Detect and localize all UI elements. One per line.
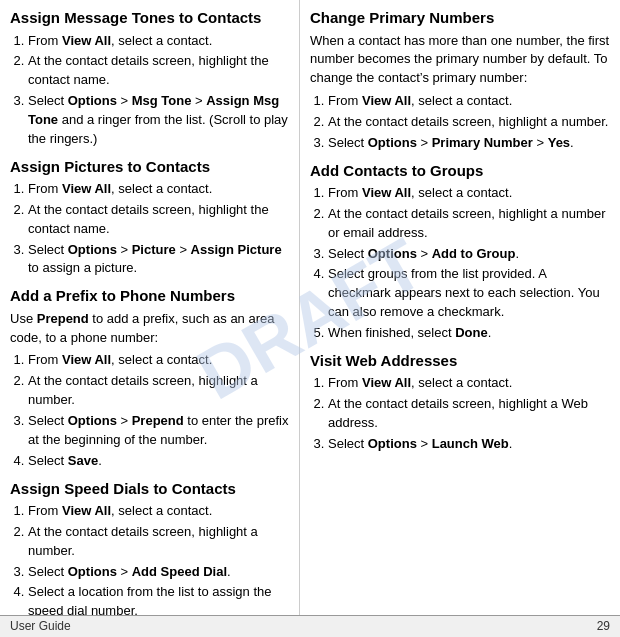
- section-title-add-contacts-groups: Add Contacts to Groups: [310, 161, 610, 181]
- list-item: From View All, select a contact.: [28, 32, 289, 51]
- list-change-primary-numbers: From View All, select a contact. At the …: [328, 92, 610, 153]
- list-item: From View All, select a contact.: [328, 184, 610, 203]
- list-item: Select Options > Launch Web.: [328, 435, 610, 454]
- list-item: From View All, select a contact.: [28, 180, 289, 199]
- list-item: At the contact details screen, highlight…: [28, 201, 289, 239]
- footer-right: 29: [597, 618, 610, 635]
- section-add-contacts-groups: Add Contacts to Groups From View All, se…: [310, 161, 610, 343]
- section-title-assign-message-tones: Assign Message Tones to Contacts: [10, 8, 289, 28]
- list-assign-pictures: From View All, select a contact. At the …: [28, 180, 289, 278]
- section-title-visit-web-addresses: Visit Web Addresses: [310, 351, 610, 371]
- page-container: DRAFT Assign Message Tones to Contacts F…: [0, 0, 620, 637]
- section-intro-add-prefix: Use Prepend to add a prefix, such as an …: [10, 310, 289, 348]
- section-title-assign-pictures: Assign Pictures to Contacts: [10, 157, 289, 177]
- list-item: At the contact details screen, highlight…: [328, 205, 610, 243]
- list-item: At the contact details screen, highlight…: [328, 113, 610, 132]
- section-add-prefix: Add a Prefix to Phone Numbers Use Prepen…: [10, 286, 289, 470]
- section-title-change-primary-numbers: Change Primary Numbers: [310, 8, 610, 28]
- list-add-prefix: From View All, select a contact. At the …: [28, 351, 289, 470]
- list-item: Select Options > Add Speed Dial.: [28, 563, 289, 582]
- list-item: When finished, select Done.: [328, 324, 610, 343]
- list-item: Select Options > Msg Tone > Assign Msg T…: [28, 92, 289, 149]
- list-item: From View All, select a contact.: [28, 351, 289, 370]
- section-assign-message-tones: Assign Message Tones to Contacts From Vi…: [10, 8, 289, 149]
- list-item: From View All, select a contact.: [328, 92, 610, 111]
- right-column: Change Primary Numbers When a contact ha…: [300, 0, 620, 637]
- section-visit-web-addresses: Visit Web Addresses From View All, selec…: [310, 351, 610, 454]
- section-title-add-prefix: Add a Prefix to Phone Numbers: [10, 286, 289, 306]
- left-column: Assign Message Tones to Contacts From Vi…: [0, 0, 300, 637]
- list-visit-web-addresses: From View All, select a contact. At the …: [328, 374, 610, 453]
- list-item: From View All, select a contact.: [328, 374, 610, 393]
- list-item: Select Options > Primary Number > Yes.: [328, 134, 610, 153]
- footer-bar: User Guide 29: [0, 615, 620, 637]
- list-item: Select groups from the list provided. A …: [328, 265, 610, 322]
- list-assign-message-tones: From View All, select a contact. At the …: [28, 32, 289, 149]
- section-change-primary-numbers: Change Primary Numbers When a contact ha…: [310, 8, 610, 153]
- list-add-contacts-groups: From View All, select a contact. At the …: [328, 184, 610, 343]
- list-item: At the contact details screen, highlight…: [28, 52, 289, 90]
- list-item: At the contact details screen, highlight…: [328, 395, 610, 433]
- section-title-assign-speed-dials: Assign Speed Dials to Contacts: [10, 479, 289, 499]
- section-assign-speed-dials: Assign Speed Dials to Contacts From View…: [10, 479, 289, 622]
- list-item: Select Save.: [28, 452, 289, 471]
- list-item: At the contact details screen, highlight…: [28, 523, 289, 561]
- list-item: Select Options > Add to Group.: [328, 245, 610, 264]
- list-item: Select Options > Picture > Assign Pictur…: [28, 241, 289, 279]
- list-item: Select Options > Prepend to enter the pr…: [28, 412, 289, 450]
- list-item: From View All, select a contact.: [28, 502, 289, 521]
- list-assign-speed-dials: From View All, select a contact. At the …: [28, 502, 289, 621]
- section-intro-change-primary-numbers: When a contact has more than one number,…: [310, 32, 610, 89]
- list-item: At the contact details screen, highlight…: [28, 372, 289, 410]
- section-assign-pictures: Assign Pictures to Contacts From View Al…: [10, 157, 289, 279]
- footer-left: User Guide: [10, 618, 71, 635]
